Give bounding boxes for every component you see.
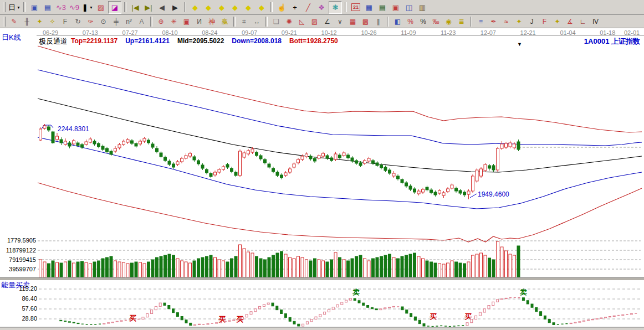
volume-layer [38, 241, 641, 277]
candle [367, 158, 370, 161]
candle [422, 189, 425, 192]
indicator-bar [613, 316, 615, 316]
volume-bar [222, 261, 225, 277]
volume-bar [234, 256, 237, 277]
candle [251, 149, 254, 152]
indicator-bar [630, 314, 632, 314]
volume-bar [463, 264, 466, 277]
candle [351, 158, 354, 161]
volume-bar [264, 260, 267, 277]
candle [234, 172, 237, 176]
candle [48, 127, 50, 130]
candle [500, 144, 503, 148]
volume-bar [197, 259, 200, 277]
indicator-bar [163, 303, 166, 305]
volume-bar [380, 256, 383, 277]
volume-bar [214, 257, 217, 277]
candle [309, 156, 312, 159]
candle [85, 142, 88, 145]
chart-svg [0, 0, 644, 330]
volume-bar [135, 262, 137, 277]
indicator-bar [310, 319, 313, 322]
candle [492, 166, 495, 170]
indicator-bar [583, 321, 585, 322]
volume-bar [301, 257, 304, 277]
indicator-bar [540, 312, 542, 316]
candle [193, 157, 196, 160]
candle [39, 129, 42, 140]
volume-bar [309, 261, 312, 277]
volume-bar [164, 255, 167, 277]
volume-bar [392, 257, 395, 277]
volume-bar [517, 246, 520, 277]
volume-bar [156, 257, 159, 277]
volume-bar [492, 260, 495, 277]
volume-bar [243, 249, 246, 277]
volume-bar [93, 262, 96, 277]
candle [172, 164, 175, 167]
volume-bar [226, 262, 229, 277]
volume-bar [389, 254, 391, 277]
volume-bar [147, 262, 150, 277]
candle [64, 141, 67, 145]
candle [118, 145, 121, 148]
candle [497, 148, 499, 170]
top_red-line [38, 46, 642, 132]
indicator-bar [596, 318, 598, 319]
down_blue-line [38, 137, 642, 209]
candle [239, 151, 242, 176]
indicator-bar [380, 309, 382, 310]
candle [126, 140, 129, 142]
volume-bar [89, 264, 92, 277]
indicator-bar [622, 314, 624, 315]
volume-bar [272, 255, 275, 277]
volume-bar [48, 264, 50, 277]
volume-bar [81, 261, 84, 277]
indicator-bar [324, 312, 326, 314]
candle [389, 170, 391, 173]
indicator-bar [488, 306, 490, 309]
volume-bar [314, 259, 316, 277]
indicator-bar [172, 309, 175, 313]
indicator-layer [39, 289, 641, 327]
indicator-bar [168, 306, 170, 309]
volume-bar [372, 259, 375, 277]
indicator-bar [527, 301, 529, 304]
volume-bar [289, 257, 292, 277]
candle [114, 148, 117, 151]
candle [451, 185, 453, 188]
volume-bar [459, 263, 462, 277]
volume-bar [376, 257, 379, 277]
indicator-bar [315, 317, 317, 319]
indicator-bar [535, 307, 538, 312]
indicator-bar [609, 317, 611, 317]
volume-bar [355, 256, 358, 277]
indicator-bar [254, 309, 257, 312]
volume-bar [185, 262, 187, 277]
indicator-bar [216, 323, 218, 323]
indicator-bar [293, 321, 295, 324]
indicator-bar [410, 313, 412, 317]
indicator-bar [414, 317, 416, 320]
volume-bar [305, 260, 308, 277]
candle [405, 183, 408, 186]
candle [376, 163, 379, 166]
volume-bar [334, 252, 337, 277]
indicator-bar [401, 307, 403, 310]
candle [181, 158, 183, 162]
channel-lines-layer [38, 46, 642, 242]
volume-bar [201, 257, 204, 277]
candle [93, 141, 96, 144]
volume-bar [73, 263, 75, 277]
indicator-bar [103, 323, 105, 324]
volume-bar [513, 255, 516, 277]
candle [505, 143, 508, 147]
volume-bar [447, 263, 449, 277]
indicator-bar [341, 302, 343, 305]
volume-bar [218, 260, 221, 277]
indicator-bar [280, 310, 283, 314]
indicator-bar [336, 305, 339, 307]
volume-bar [172, 255, 175, 277]
volume-bar [330, 260, 333, 277]
candle [434, 192, 437, 195]
